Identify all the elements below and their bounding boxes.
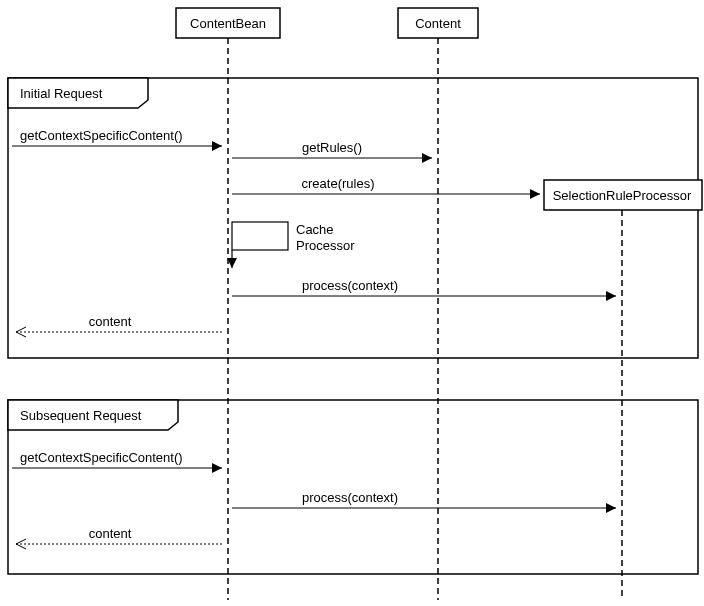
- arrow-icon: [212, 463, 222, 473]
- participant-selectionruleprocessor-label: SelectionRuleProcessor: [553, 188, 692, 203]
- frame-initial-request-label: Initial Request: [20, 86, 103, 101]
- arrow-icon: [530, 189, 540, 199]
- frame-subsequent-request-label: Subsequent Request: [20, 408, 142, 423]
- message-getrules-label: getRules(): [302, 140, 362, 155]
- participant-contentbean-label: ContentBean: [190, 16, 266, 31]
- arrow-icon: [606, 291, 616, 301]
- return-content-2-label: content: [89, 526, 132, 541]
- self-cache-processor-label-1: Cache: [296, 222, 334, 237]
- message-getcontextspecificcontent-1-label: getContextSpecificContent(): [20, 128, 183, 143]
- participant-content-label: Content: [415, 16, 461, 31]
- arrow-icon: [212, 141, 222, 151]
- arrow-icon: [422, 153, 432, 163]
- sequence-diagram: ContentBean Content Initial Request getC…: [0, 0, 704, 606]
- message-process-1-label: process(context): [302, 278, 398, 293]
- self-cache-processor-label-2: Processor: [296, 238, 355, 253]
- message-process-2-label: process(context): [302, 490, 398, 505]
- self-cache-processor-box: [232, 222, 288, 250]
- arrow-icon: [606, 503, 616, 513]
- message-create-label: create(rules): [302, 176, 375, 191]
- return-content-1-label: content: [89, 314, 132, 329]
- message-getcontextspecificcontent-2-label: getContextSpecificContent(): [20, 450, 183, 465]
